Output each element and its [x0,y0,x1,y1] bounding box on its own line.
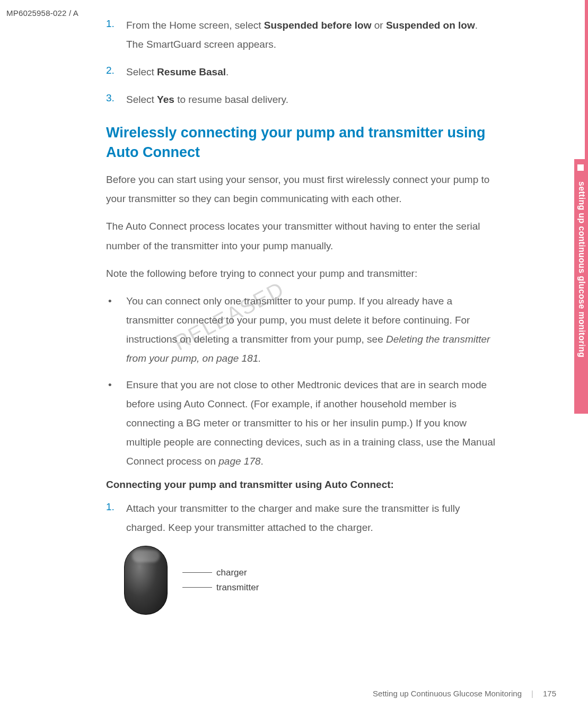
list-item: 1. From the Home screen, select Suspende… [106,16,498,54]
list-item: 1. Attach your transmitter to the charge… [106,499,498,537]
main-content: 1. From the Home screen, select Suspende… [106,16,498,615]
device-illustration [124,546,168,615]
text: Ensure that you are not close to other M… [126,379,495,467]
footer-section-title: Setting up Continuous Glucose Monitoring [373,689,522,698]
notes-list: • You can connect only one transmitter t… [106,292,498,471]
tab-label: setting up continuous glucose monitoring [576,181,586,409]
ui-term: Suspended before low [264,20,372,31]
figure-labels: charger transmitter [182,563,259,597]
step-number: 1. [106,16,126,54]
text: . [261,456,264,467]
bullet-icon: • [106,376,126,471]
step-text: Attach your transmitter to the charger a… [126,499,498,537]
paragraph: Note the following before trying to conn… [106,264,498,283]
label-transmitter: transmitter [216,582,259,593]
text: From the Home screen, select [126,20,264,31]
side-tab: setting up continuous glucose monitoring [574,0,588,716]
ui-term: Suspended on low [386,20,475,31]
bullet-text: Ensure that you are not close to other M… [126,376,498,471]
document-code: MP6025958-022 / A [6,8,78,18]
procedure-heading: Connecting your pump and transmitter usi… [106,479,498,491]
tab-block: setting up continuous glucose monitoring [574,159,588,414]
auto-connect-steps: 1. Attach your transmitter to the charge… [106,499,498,537]
bullet-text: You can connect only one transmitter to … [126,292,498,368]
list-item: 3. Select Yes to resume basal delivery. [106,90,498,109]
text: . [475,20,478,31]
list-item: • You can connect only one transmitter t… [106,292,498,368]
footer-separator: | [531,689,533,698]
page-footer: Setting up Continuous Glucose Monitoring… [373,689,556,698]
text: . [226,66,229,77]
ui-term: Resume Basal [157,66,226,77]
text: Select [126,66,157,77]
step-number: 1. [106,499,126,537]
tab-strip-upper [585,0,588,159]
figure-label-row: charger [182,567,259,578]
list-item: 2. Select Resume Basal. [106,63,498,82]
step-number: 2. [106,63,126,82]
leader-line [182,587,212,588]
list-item: • Ensure that you are not close to other… [106,376,498,471]
section-heading: Wirelessly connecting your pump and tran… [106,123,498,162]
step-text: Select Yes to resume basal delivery. [126,90,498,109]
tab-marker-icon [577,164,584,171]
page: MP6025958-022 / A RELEASED 1. From the H… [0,0,588,716]
step-text: From the Home screen, select Suspended b… [126,16,498,54]
charger-transmitter-figure: charger transmitter [124,546,498,615]
step-number: 3. [106,90,126,109]
bullet-icon: • [106,292,126,368]
figure-label-row: transmitter [182,582,259,593]
text: Select [126,94,157,105]
ui-term: Yes [157,94,174,105]
paragraph: Before you can start using your sensor, … [106,170,498,208]
footer-page-number: 175 [543,689,556,698]
text: to resume basal delivery. [174,94,288,105]
leader-line [182,572,212,573]
label-charger: charger [216,567,247,578]
cross-ref: page 178 [218,456,260,467]
text: or [371,20,385,31]
resume-basal-steps: 1. From the Home screen, select Suspende… [106,16,498,109]
paragraph: The Auto Connect process locates your tr… [106,217,498,255]
step-text: Select Resume Basal. [126,63,498,82]
step-subtext: The SmartGuard screen appears. [126,35,498,54]
